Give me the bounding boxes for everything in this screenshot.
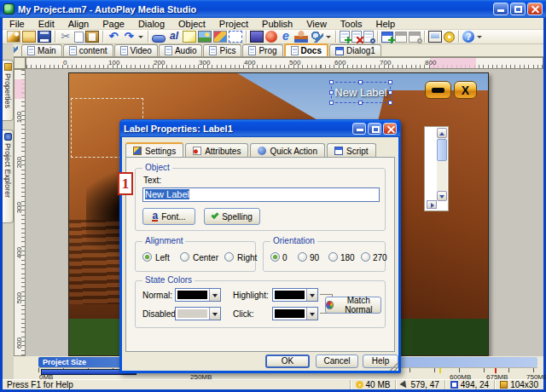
minimize-button[interactable] — [493, 3, 508, 15]
sidebar-tab-properties[interactable]: Properties — [3, 60, 14, 121]
publish-wizard-icon[interactable] — [294, 31, 308, 43]
radio-center[interactable] — [180, 252, 189, 262]
video-object-icon[interactable] — [250, 31, 264, 43]
tab-attributes[interactable]: Attributes — [185, 143, 248, 158]
tab-script[interactable]: Script — [327, 143, 376, 158]
image-object-icon[interactable] — [198, 31, 212, 43]
resize-handle[interactable] — [358, 80, 363, 84]
match-normal-button[interactable]: Match Normal — [325, 297, 381, 314]
radio-right[interactable] — [224, 252, 234, 262]
help-icon[interactable]: ? — [462, 31, 474, 43]
dropdown-button[interactable] — [209, 289, 220, 301]
resize-handle[interactable] — [388, 101, 392, 105]
scroll-up-button[interactable] — [437, 128, 447, 138]
dropdown-button[interactable] — [306, 308, 317, 320]
spelling-button[interactable]: Spelling — [204, 208, 260, 225]
resize-handle[interactable] — [329, 90, 334, 95]
remove-page-icon[interactable] — [351, 31, 362, 43]
add-dialog-icon[interactable] — [381, 32, 393, 43]
radio-left[interactable] — [142, 252, 152, 262]
resize-grip[interactable] — [390, 362, 398, 371]
tab-prog[interactable]: Prog — [242, 44, 282, 56]
new-project-icon[interactable] — [7, 31, 20, 43]
dialog-close-button[interactable] — [383, 123, 397, 135]
sidebar-tab-project-explorer[interactable]: Project Explorer — [3, 130, 14, 223]
tab-dialog1[interactable]: Dialog1 — [329, 44, 381, 56]
radio-0[interactable] — [270, 252, 280, 262]
radio-270[interactable] — [361, 252, 370, 262]
scrollbar-thumb[interactable] — [437, 139, 447, 161]
menu-object[interactable]: Object — [171, 19, 212, 29]
open-project-icon[interactable] — [22, 31, 36, 43]
ok-button[interactable]: OK — [265, 355, 310, 368]
dialog-minimize-button[interactable] — [352, 123, 366, 135]
redo-dropdown-caret[interactable] — [138, 36, 143, 38]
zoom-tool-icon[interactable] — [310, 31, 323, 43]
page-properties-icon[interactable] — [363, 31, 374, 43]
scroll-right-button[interactable] — [427, 200, 437, 209]
tab-docs-active[interactable]: Docs — [284, 43, 328, 56]
menu-publish[interactable]: Publish — [255, 19, 299, 29]
web-browser-icon[interactable]: e — [279, 31, 293, 43]
cut-icon[interactable]: ✂ — [59, 31, 73, 43]
flash-red-icon[interactable] — [265, 31, 277, 43]
menu-page[interactable]: Page — [96, 19, 131, 29]
cancel-button[interactable]: Cancel — [316, 355, 358, 368]
dialog-maximize-button[interactable] — [368, 123, 381, 135]
text-input[interactable]: New Label — [142, 187, 380, 202]
radio-90[interactable] — [298, 252, 307, 262]
menu-help[interactable]: Help — [369, 19, 403, 29]
resize-handle[interactable] — [329, 101, 334, 105]
highlight-color-combo[interactable] — [272, 288, 318, 302]
menu-tools[interactable]: Tools — [334, 19, 369, 29]
radio-180[interactable] — [328, 252, 338, 262]
resize-handle[interactable] — [388, 80, 392, 84]
tab-quick-action[interactable]: Quick Action — [250, 143, 325, 158]
resize-handle[interactable] — [388, 90, 392, 95]
zoom-dropdown-caret[interactable] — [326, 36, 331, 38]
redo-icon[interactable]: ↷ — [122, 31, 136, 43]
label-object-selected[interactable]: New Label — [331, 82, 391, 103]
save-icon[interactable] — [38, 31, 51, 43]
paragraph-object-icon[interactable] — [183, 31, 196, 43]
disabled-color-combo[interactable] — [175, 307, 221, 320]
restore-button[interactable] — [510, 3, 526, 15]
add-page-icon[interactable] — [340, 31, 350, 43]
resize-handle[interactable] — [329, 80, 334, 84]
button-object-icon[interactable] — [152, 35, 166, 43]
menu-file[interactable]: File — [3, 19, 32, 29]
dialog-title-bar[interactable]: Label Properties: Label1 — [120, 120, 400, 137]
page-close-button-object[interactable]: X — [454, 81, 477, 99]
menu-align[interactable]: Align — [61, 19, 96, 29]
floating-scroll-panel[interactable] — [424, 126, 449, 211]
undo-icon[interactable]: ↶ — [107, 31, 120, 43]
menu-project[interactable]: Project — [212, 19, 255, 29]
menu-view[interactable]: View — [299, 19, 334, 29]
font-button[interactable]: a Font... — [142, 208, 195, 225]
normal-color-combo[interactable] — [175, 288, 221, 302]
rectangle-object-icon[interactable] — [229, 31, 242, 43]
scroll-down-button[interactable] — [437, 191, 447, 201]
preview-icon[interactable] — [428, 31, 442, 43]
help-dropdown-caret[interactable] — [477, 36, 482, 38]
flash-object-icon[interactable] — [213, 31, 227, 43]
tab-content[interactable]: content — [63, 44, 113, 56]
page-minimize-button-object[interactable] — [425, 81, 451, 99]
menu-edit[interactable]: Edit — [32, 19, 61, 29]
build-icon[interactable] — [444, 32, 455, 43]
click-color-combo[interactable] — [272, 307, 318, 320]
menu-dialog[interactable]: Dialog — [131, 19, 171, 29]
resize-handle[interactable] — [358, 101, 363, 105]
tab-audio[interactable]: Audio — [159, 44, 203, 56]
copy-icon[interactable] — [74, 32, 84, 43]
tab-video[interactable]: Video — [114, 44, 158, 56]
dropdown-button[interactable] — [209, 308, 220, 320]
tab-main[interactable]: Main — [21, 44, 62, 56]
close-button[interactable] — [527, 3, 543, 15]
tab-settings[interactable]: Settings — [125, 142, 183, 158]
label-object-icon[interactable]: al — [167, 31, 181, 43]
paste-icon[interactable] — [85, 31, 99, 43]
vertical-scrollbar[interactable] — [437, 128, 447, 201]
tab-pics[interactable]: Pics — [203, 44, 241, 56]
dropdown-button[interactable] — [306, 289, 317, 301]
